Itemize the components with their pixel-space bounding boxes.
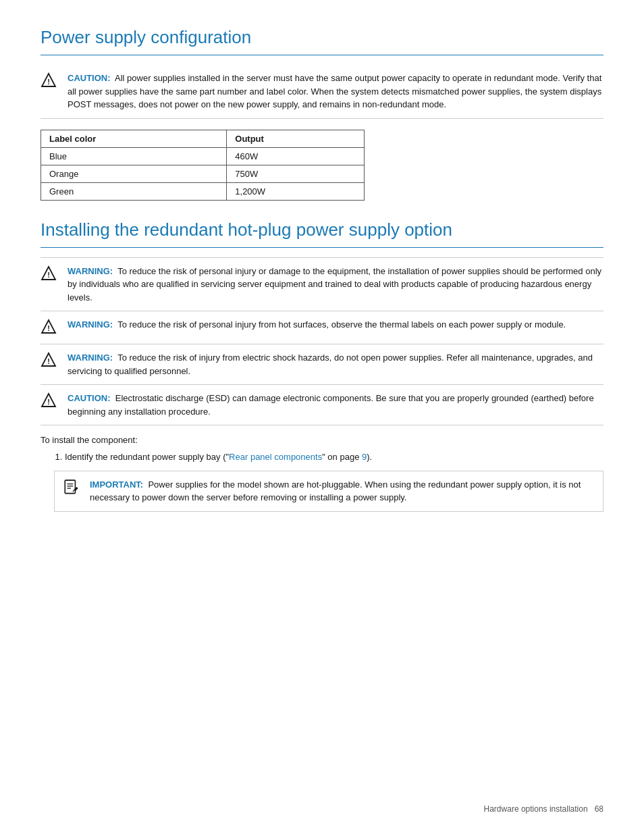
caution-label-1: CAUTION: bbox=[68, 73, 111, 83]
warning-body-2: To reduce the risk of personal injury fr… bbox=[117, 319, 566, 330]
table-cell-label: Orange bbox=[41, 165, 227, 182]
svg-line-15 bbox=[73, 490, 74, 492]
table-row: Orange750W bbox=[41, 165, 365, 182]
svg-text:!: ! bbox=[47, 324, 50, 332]
install-step-1: Identify the redundant power supply bay … bbox=[65, 450, 603, 464]
caution-icon-2: ! bbox=[41, 392, 59, 411]
important-block: IMPORTANT: Power supplies for the model … bbox=[54, 471, 603, 512]
title-divider-2 bbox=[41, 247, 603, 248]
warning-block-2: ! WARNING: To reduce the risk of persona… bbox=[41, 311, 603, 344]
warning-body-3: To reduce the risk of injury from electr… bbox=[68, 353, 593, 376]
footer-page: 68 bbox=[595, 804, 603, 814]
warning-body-1: To reduce the risk of personal injury or… bbox=[68, 266, 601, 303]
step1-text: Identify the redundant power supply bay … bbox=[65, 452, 372, 462]
important-text: IMPORTANT: Power supplies for the model … bbox=[90, 478, 595, 504]
table-cell-label: Green bbox=[41, 182, 227, 200]
svg-marker-14 bbox=[74, 486, 78, 491]
svg-rect-10 bbox=[65, 480, 75, 494]
warning-text-3: WARNING: To reduce the risk of injury fr… bbox=[68, 351, 603, 377]
table-cell-output: 1,200W bbox=[227, 182, 365, 200]
warning-label-1: WARNING: bbox=[68, 266, 113, 276]
warning-block-3: ! WARNING: To reduce the risk of injury … bbox=[41, 344, 603, 385]
warning-icon-3: ! bbox=[41, 352, 59, 370]
caution-block-1: ! CAUTION: All power supplies installed … bbox=[41, 65, 603, 119]
warning-block-1: ! WARNING: To reduce the risk of persona… bbox=[41, 258, 603, 312]
table-row: Blue460W bbox=[41, 147, 365, 165]
warning-text-1: WARNING: To reduce the risk of personal … bbox=[68, 265, 603, 305]
caution-body-2: Electrostatic discharge (ESD) can damage… bbox=[68, 393, 594, 417]
table-cell-output: 750W bbox=[227, 165, 365, 182]
page-footer: Hardware options installation 68 bbox=[484, 804, 603, 814]
notices-section: ! WARNING: To reduce the risk of persona… bbox=[41, 257, 603, 426]
warning-label-3: WARNING: bbox=[68, 353, 113, 363]
table-header-col1: Label color bbox=[41, 130, 227, 147]
caution-text-2: CAUTION: Electrostatic discharge (ESD) c… bbox=[68, 392, 603, 418]
svg-text:!: ! bbox=[47, 271, 50, 279]
warning-icon-2: ! bbox=[41, 319, 59, 337]
svg-text:!: ! bbox=[47, 78, 50, 86]
table-cell-output: 460W bbox=[227, 147, 365, 165]
caution-icon-1: ! bbox=[41, 72, 59, 90]
power-supply-table: Label color Output Blue460WOrange750WGre… bbox=[41, 130, 365, 201]
important-body: Power supplies for the model shown are h… bbox=[90, 479, 581, 503]
warning-text-2: WARNING: To reduce the risk of personal … bbox=[68, 318, 603, 332]
table-header-col2: Output bbox=[227, 130, 365, 147]
title-divider bbox=[41, 55, 603, 55]
table-cell-label: Blue bbox=[41, 147, 227, 165]
install-intro: To install the component: bbox=[41, 435, 603, 445]
caution-label-2: CAUTION: bbox=[68, 393, 111, 403]
section-title-power-supply: Power supply configuration bbox=[41, 27, 603, 48]
table-row: Green1,200W bbox=[41, 182, 365, 200]
important-label: IMPORTANT: bbox=[90, 479, 143, 490]
caution-body-1: All power supplies installed in the serv… bbox=[68, 73, 601, 109]
rear-panel-link[interactable]: Rear panel components bbox=[229, 452, 322, 462]
important-icon bbox=[63, 479, 82, 498]
install-steps: Identify the redundant power supply bay … bbox=[65, 450, 603, 464]
svg-text:!: ! bbox=[47, 398, 50, 406]
section-title-installing: Installing the redundant hot-plug power … bbox=[41, 219, 603, 240]
caution-block-2: ! CAUTION: Electrostatic discharge (ESD)… bbox=[41, 385, 603, 425]
svg-text:!: ! bbox=[47, 357, 50, 365]
caution-text-1: CAUTION: All power supplies installed in… bbox=[68, 72, 603, 111]
page-link[interactable]: 9 bbox=[362, 452, 367, 462]
footer-text: Hardware options installation bbox=[484, 804, 588, 814]
warning-label-2: WARNING: bbox=[68, 319, 113, 330]
warning-icon-1: ! bbox=[41, 265, 59, 284]
